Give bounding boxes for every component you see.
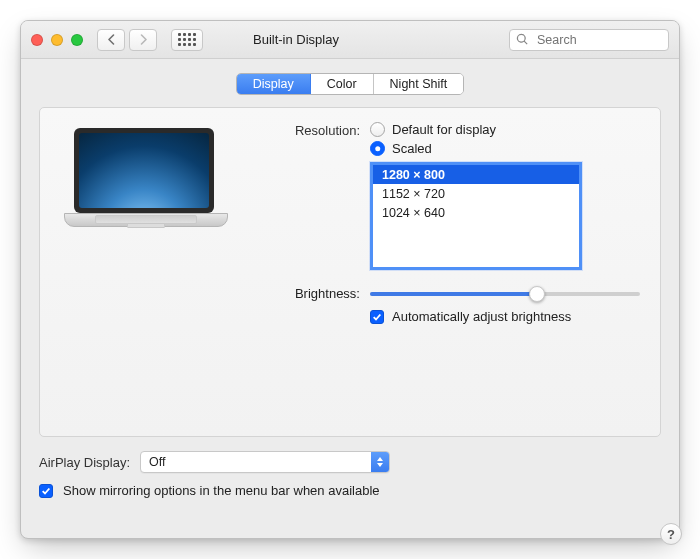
segmented-control: Display Color Night Shift	[236, 73, 465, 95]
window-controls	[31, 34, 83, 46]
tab-night-shift[interactable]: Night Shift	[374, 74, 464, 94]
display-preview	[54, 122, 234, 324]
minimize-window-button[interactable]	[51, 34, 63, 46]
window-title: Built-in Display	[91, 32, 501, 47]
zoom-window-button[interactable]	[71, 34, 83, 46]
resolution-label: Resolution:	[256, 122, 360, 156]
below-panel: AirPlay Display: Off Show mirroring opti…	[39, 451, 661, 498]
mirroring-row[interactable]: Show mirroring options in the menu bar w…	[39, 483, 661, 498]
tab-bar: Display Color Night Shift	[39, 73, 661, 95]
resolution-option[interactable]: 1024 × 640	[373, 203, 579, 222]
titlebar: Built-in Display	[21, 21, 679, 59]
auto-brightness-label: Automatically adjust brightness	[392, 309, 571, 324]
brightness-label: Brightness:	[256, 286, 360, 301]
radio-default-label: Default for display	[392, 122, 496, 137]
help-button[interactable]: ?	[660, 523, 680, 539]
resolution-option[interactable]: 1280 × 800	[373, 165, 579, 184]
search-field[interactable]	[509, 29, 669, 51]
search-icon	[516, 33, 529, 46]
resolution-list[interactable]: 1280 × 800 1152 × 720 1024 × 640	[370, 162, 582, 270]
brightness-slider-fill	[370, 292, 537, 296]
brightness-slider-thumb[interactable]	[529, 286, 545, 302]
mirroring-label: Show mirroring options in the menu bar w…	[63, 483, 380, 498]
preferences-window: Built-in Display Display Color Night Shi…	[20, 20, 680, 539]
window-body: Display Color Night Shift Resolution:	[21, 59, 679, 538]
display-panel: Resolution: Default for display Scaled	[39, 107, 661, 437]
laptop-icon	[64, 128, 224, 213]
tab-display[interactable]: Display	[237, 74, 311, 94]
airplay-label: AirPlay Display:	[39, 455, 130, 470]
display-settings: Resolution: Default for display Scaled	[256, 122, 646, 324]
close-window-button[interactable]	[31, 34, 43, 46]
resolution-option[interactable]: 1152 × 720	[373, 184, 579, 203]
mirroring-checkbox[interactable]	[39, 484, 53, 498]
check-icon	[41, 486, 51, 496]
tab-color[interactable]: Color	[311, 74, 374, 94]
brightness-slider[interactable]	[370, 292, 640, 296]
radio-scaled[interactable]	[370, 141, 385, 156]
auto-brightness-row[interactable]: Automatically adjust brightness	[370, 309, 646, 324]
resolution-default-option[interactable]: Default for display	[370, 122, 496, 137]
airplay-select-value: Off	[149, 455, 165, 469]
airplay-select[interactable]: Off	[140, 451, 390, 473]
radio-scaled-label: Scaled	[392, 141, 432, 156]
select-arrows-icon	[371, 452, 389, 472]
resolution-scaled-option[interactable]: Scaled	[370, 141, 496, 156]
check-icon	[372, 312, 382, 322]
radio-default[interactable]	[370, 122, 385, 137]
auto-brightness-checkbox[interactable]	[370, 310, 384, 324]
search-input[interactable]	[535, 32, 662, 48]
